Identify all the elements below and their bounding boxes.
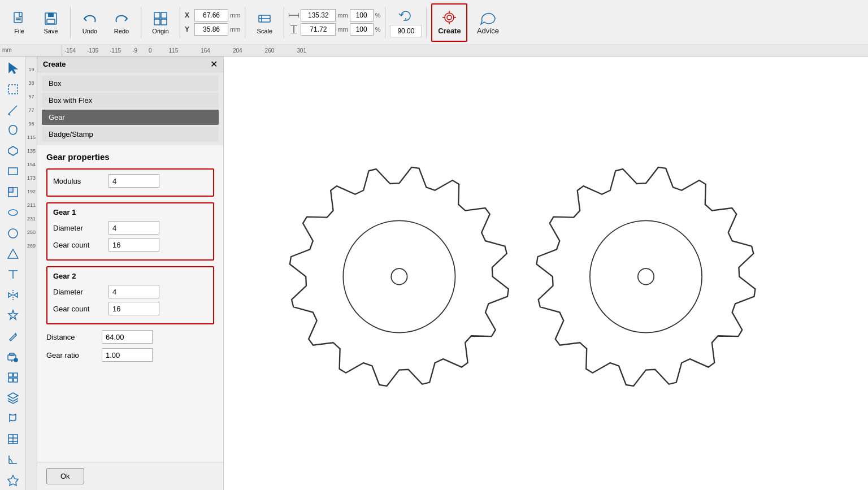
create-label: Create bbox=[438, 27, 461, 35]
save-button[interactable]: Save bbox=[36, 3, 66, 42]
svg-rect-48 bbox=[14, 378, 18, 382]
rotate-group bbox=[390, 8, 422, 37]
x-unit: mm bbox=[230, 12, 240, 19]
ruler-corner-unit: mm bbox=[0, 47, 12, 53]
toolbar: File Save Undo Redo O bbox=[0, 0, 868, 45]
shape-tool[interactable] bbox=[3, 120, 23, 140]
dialog-close-button[interactable]: ✕ bbox=[210, 59, 218, 70]
origin-label: Origin bbox=[152, 28, 168, 34]
distance-label: Distance bbox=[46, 333, 97, 341]
gear-ratio-input[interactable] bbox=[102, 348, 153, 362]
gear2-group: Gear 2 Diameter Gear count bbox=[46, 266, 214, 324]
scale-button[interactable]: Scale bbox=[250, 3, 279, 42]
gear-ratio-row: Gear ratio bbox=[46, 348, 214, 362]
canvas-area bbox=[224, 57, 868, 490]
y-label: Y bbox=[185, 25, 193, 33]
mirror-tool[interactable] bbox=[3, 285, 23, 305]
special-tool[interactable] bbox=[3, 470, 23, 489]
grid-tool[interactable] bbox=[3, 367, 23, 387]
select-tool[interactable] bbox=[3, 59, 23, 78]
gear2-count-input[interactable] bbox=[108, 302, 159, 315]
origin-button[interactable]: Origin bbox=[146, 3, 175, 42]
modulus-row: Modulus bbox=[53, 174, 207, 188]
size-group: mm % mm % bbox=[289, 9, 380, 36]
svg-rect-4 bbox=[48, 13, 54, 17]
width-icon bbox=[289, 11, 299, 19]
advice-label: Advice bbox=[477, 27, 499, 35]
svg-rect-7 bbox=[161, 12, 167, 18]
height-unit: mm bbox=[337, 26, 348, 33]
create-button[interactable]: Create bbox=[431, 3, 467, 42]
create-dialog: Create ✕ Box Box with Flex Gear Badge/St… bbox=[37, 57, 224, 490]
horizontal-ruler: -154 -135 -115 -9 0 115 164 204 260 301 bbox=[62, 45, 868, 56]
draw-tool[interactable] bbox=[3, 100, 23, 119]
y-coord-row: Y mm bbox=[185, 23, 240, 36]
svg-point-31 bbox=[8, 210, 18, 215]
y-input[interactable] bbox=[194, 23, 228, 36]
undo-button[interactable]: Undo bbox=[75, 3, 105, 42]
height-pct-input[interactable] bbox=[350, 23, 374, 36]
tab-gear[interactable]: Gear bbox=[42, 110, 219, 125]
gear1-diameter-input[interactable] bbox=[108, 221, 159, 235]
toolbar-separator-4 bbox=[245, 7, 245, 38]
tab-box-flex[interactable]: Box with Flex bbox=[42, 93, 219, 108]
gear-preview-canvas bbox=[224, 57, 868, 490]
svg-rect-9 bbox=[161, 19, 167, 25]
triangle-tool[interactable] bbox=[3, 244, 23, 263]
gear2-diameter-row: Diameter bbox=[53, 285, 207, 298]
width-pct-input[interactable] bbox=[350, 9, 374, 21]
svg-rect-28 bbox=[8, 168, 18, 175]
svg-marker-38 bbox=[14, 293, 18, 297]
content-area: 19 38 57 77 96 115 135 154 173 192 211 2… bbox=[26, 57, 868, 490]
pencil-tool[interactable] bbox=[3, 326, 23, 345]
tab-box[interactable]: Box bbox=[42, 76, 219, 91]
paint-tool[interactable] bbox=[3, 347, 23, 366]
gear1-title: Gear 1 bbox=[53, 208, 207, 216]
flag-tool[interactable] bbox=[3, 409, 23, 428]
gear1-count-label: Gear count bbox=[53, 241, 104, 249]
svg-rect-6 bbox=[154, 12, 160, 18]
modulus-input[interactable] bbox=[108, 174, 159, 188]
gear1-count-input[interactable] bbox=[108, 238, 159, 251]
circle-tool[interactable] bbox=[3, 223, 23, 242]
redo-label: Redo bbox=[114, 28, 129, 34]
rectangle-tool[interactable] bbox=[3, 162, 23, 181]
ok-button[interactable]: Ok bbox=[46, 468, 84, 484]
gear2-diameter-input[interactable] bbox=[108, 285, 159, 298]
split-rect-tool[interactable] bbox=[3, 183, 23, 202]
rotate-input[interactable] bbox=[390, 25, 422, 37]
table-tool[interactable] bbox=[3, 430, 23, 449]
create-icon bbox=[440, 10, 458, 25]
polygon-tool[interactable] bbox=[3, 141, 23, 161]
star-tool[interactable] bbox=[3, 306, 23, 325]
width-input[interactable] bbox=[301, 9, 336, 21]
layers-tool[interactable] bbox=[3, 388, 23, 407]
advice-button[interactable]: Advice bbox=[470, 3, 506, 42]
distance-input[interactable] bbox=[102, 330, 153, 344]
ellipse-tool[interactable] bbox=[3, 203, 23, 222]
modulus-label: Modulus bbox=[53, 177, 104, 185]
dialog-title: Create bbox=[43, 60, 66, 68]
redo-button[interactable]: Redo bbox=[107, 3, 136, 42]
gear1-diameter-label: Diameter bbox=[53, 224, 104, 232]
file-button[interactable]: File bbox=[5, 3, 34, 42]
height-icon bbox=[289, 25, 299, 33]
dialog-and-canvas: Create ✕ Box Box with Flex Gear Badge/St… bbox=[37, 57, 868, 490]
gear1-count-row: Gear count bbox=[53, 238, 207, 251]
svg-point-59 bbox=[590, 220, 702, 332]
svg-point-19 bbox=[445, 13, 454, 22]
rectangle-select-tool[interactable] bbox=[3, 79, 23, 98]
svg-rect-8 bbox=[154, 19, 160, 25]
tab-badge[interactable]: Badge/Stamp bbox=[42, 127, 219, 142]
y-unit: mm bbox=[230, 26, 240, 33]
svg-point-20 bbox=[447, 15, 452, 20]
x-input[interactable] bbox=[194, 9, 228, 21]
text-tool[interactable] bbox=[3, 264, 23, 284]
svg-point-58 bbox=[391, 268, 407, 284]
x-label: X bbox=[185, 11, 193, 19]
angle-tool[interactable] bbox=[3, 450, 23, 469]
height-input[interactable] bbox=[301, 23, 336, 36]
modulus-group: Modulus bbox=[46, 168, 214, 197]
svg-point-57 bbox=[343, 220, 455, 332]
svg-rect-46 bbox=[14, 373, 18, 377]
